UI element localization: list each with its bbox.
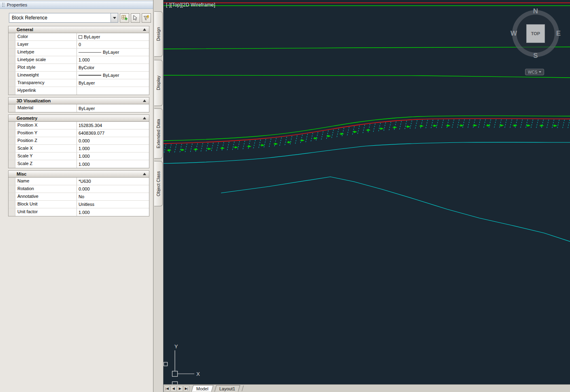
- collapse-icon[interactable]: [143, 100, 146, 102]
- property-label: Unit factor: [15, 208, 77, 216]
- section-header-geometry[interactable]: Geometry: [9, 115, 149, 122]
- pickadd-toggle-button[interactable]: [120, 13, 129, 23]
- model-tab[interactable]: Model: [191, 385, 214, 392]
- collapse-icon[interactable]: [143, 173, 146, 175]
- green-boundary-line-2[interactable]: [164, 47, 570, 49]
- first-tab-button[interactable]: |◀: [164, 386, 170, 392]
- layout1-tab[interactable]: Layout1: [215, 385, 240, 392]
- lineweight-sample-icon: [79, 75, 101, 76]
- row-linetype: Linetype ByLayer: [9, 49, 149, 56]
- property-label: Scale Z: [15, 160, 77, 168]
- property-label: Linetype scale: [15, 56, 77, 64]
- section-geometry: Geometry Position X 152835.304 Position …: [8, 114, 149, 168]
- application-window: Properties Block Reference: [0, 0, 570, 392]
- section-header-3d-visualization[interactable]: 3D Visualization: [9, 97, 149, 104]
- quick-select-button[interactable]: [142, 13, 151, 23]
- wcs-menu[interactable]: WCS: [525, 69, 544, 75]
- viewcube-east[interactable]: E: [556, 30, 561, 38]
- properties-palette: Properties Block Reference: [0, 0, 153, 392]
- collapse-icon[interactable]: [143, 28, 146, 31]
- property-value[interactable]: *U630: [77, 178, 149, 185]
- viewcube-south[interactable]: S: [510, 52, 561, 60]
- property-label: Layer: [15, 41, 77, 48]
- tab-design[interactable]: Design: [154, 11, 163, 57]
- row-name: Name *U630: [9, 178, 149, 185]
- property-label: Annotative: [15, 193, 77, 200]
- property-label: Position Y: [15, 129, 77, 137]
- property-value[interactable]: ByLayer: [77, 104, 149, 112]
- tab-display[interactable]: Display: [154, 60, 163, 106]
- ucs-x-label: X: [196, 371, 200, 377]
- property-value[interactable]: ByLayer: [77, 79, 149, 87]
- viewport-controls[interactable]: [-][Top][2D Wireframe]: [166, 2, 215, 8]
- property-label: Position X: [15, 122, 77, 129]
- palette-tabstrip: Design Display Extended Data Object Clas…: [154, 0, 164, 392]
- row-layer: Layer 0: [9, 41, 149, 49]
- ucs-icon: Y X: [164, 343, 200, 384]
- palette-titlebar[interactable]: Properties: [0, 1, 153, 9]
- slope-hatch-ticks[interactable]: [164, 119, 570, 153]
- property-value[interactable]: 1.000: [77, 145, 149, 152]
- chevron-down-icon: [539, 71, 541, 73]
- property-value[interactable]: ByLayer: [77, 49, 149, 56]
- cyan-contour-line-lower[interactable]: [221, 177, 570, 242]
- property-value[interactable]: 1.000: [77, 153, 149, 160]
- prev-tab-button[interactable]: ◀: [170, 386, 177, 392]
- property-value[interactable]: 152835.304: [77, 122, 149, 129]
- row-annotative: Annotative No: [9, 193, 149, 201]
- section-header-misc[interactable]: Misc: [9, 171, 149, 178]
- dropdown-arrow-icon[interactable]: [111, 13, 118, 22]
- pickadd-icon: [121, 15, 128, 21]
- cyan-contour-line-upper[interactable]: [164, 142, 570, 163]
- palette-grip-icon[interactable]: [2, 2, 4, 8]
- property-value[interactable]: ByLayer: [77, 33, 149, 40]
- property-label: Position Z: [15, 137, 77, 144]
- property-value[interactable]: 0.000: [77, 137, 149, 144]
- viewcube-top-face[interactable]: TOP: [526, 24, 545, 43]
- section-misc: Misc Name *U630 Rotation 0.000 Annotativ…: [8, 170, 149, 216]
- property-value[interactable]: No: [77, 193, 149, 200]
- object-type-dropdown[interactable]: Block Reference: [9, 13, 118, 23]
- row-position-x: Position X 152835.304: [9, 122, 149, 129]
- tab-extended-data[interactable]: Extended Data: [154, 108, 163, 159]
- grip-square[interactable]: [164, 362, 168, 366]
- property-label: Scale X: [15, 145, 77, 152]
- property-value[interactable]: 0.000: [77, 185, 149, 193]
- section-header-general[interactable]: General: [9, 26, 149, 33]
- property-value[interactable]: 6408369.077: [77, 129, 149, 137]
- row-rotation: Rotation 0.000: [9, 185, 149, 193]
- property-label: Transparency: [15, 79, 77, 87]
- property-value[interactable]: Unitless: [77, 201, 149, 208]
- row-block-unit: Block Unit Unitless: [9, 201, 149, 208]
- property-label: Hyperlink: [15, 87, 77, 95]
- row-plot-style: Plot style ByColor: [9, 64, 149, 72]
- tab-object-class[interactable]: Object Class: [154, 161, 163, 206]
- section-3d-visualization: 3D Visualization Material ByLayer: [8, 97, 149, 112]
- property-value[interactable]: 1.000: [77, 160, 149, 168]
- property-value[interactable]: 0: [77, 41, 149, 48]
- row-scale-x: Scale X 1.000: [9, 145, 149, 153]
- property-value[interactable]: [77, 87, 149, 95]
- row-lineweight: Lineweight ByLayer: [9, 72, 149, 79]
- property-value[interactable]: 1.000: [77, 208, 149, 216]
- select-objects-button[interactable]: [131, 13, 140, 23]
- last-tab-button[interactable]: ▶|: [183, 386, 189, 392]
- viewcube-north[interactable]: N: [510, 7, 561, 15]
- road-edge-red-line[interactable]: [164, 119, 570, 144]
- collapse-icon[interactable]: [143, 117, 146, 119]
- property-value[interactable]: ByLayer: [77, 72, 149, 79]
- road-edge-green-line[interactable]: [164, 116, 570, 141]
- property-value[interactable]: ByColor: [77, 64, 149, 71]
- cursor-icon: [132, 15, 138, 21]
- drawing-viewport[interactable]: Y X [-][Top][2D Wireframe] N S W E TOP W…: [164, 0, 570, 384]
- next-tab-button[interactable]: ▶: [177, 386, 183, 392]
- object-type-row: Block Reference: [9, 13, 151, 23]
- property-value[interactable]: 1.000: [77, 56, 149, 64]
- row-hyperlink: Hyperlink: [9, 87, 149, 95]
- property-label: Name: [15, 178, 77, 185]
- color-swatch-icon: [79, 35, 82, 39]
- green-boundary-line-3[interactable]: [164, 75, 570, 78]
- drawing-canvas[interactable]: Y X: [164, 0, 570, 384]
- viewcube[interactable]: N S W E TOP: [510, 8, 561, 59]
- viewcube-west[interactable]: W: [510, 30, 517, 38]
